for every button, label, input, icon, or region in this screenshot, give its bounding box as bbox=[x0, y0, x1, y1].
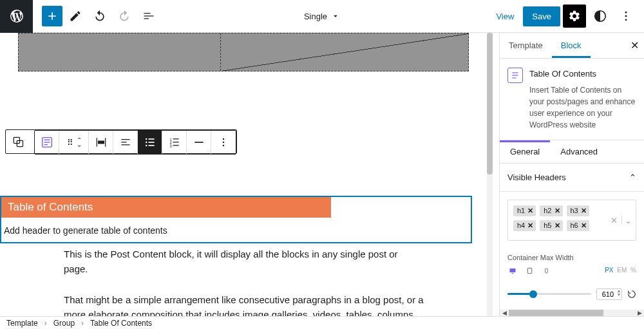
block-toolbar: ⠿ ⌃⌄ 123 bbox=[5, 129, 237, 154]
unit-pct[interactable]: % bbox=[630, 267, 636, 274]
device-desktop-icon[interactable] bbox=[507, 267, 518, 276]
remove-tag-icon[interactable]: ✕ bbox=[527, 221, 533, 230]
add-block-button[interactable] bbox=[42, 6, 62, 26]
align-button[interactable] bbox=[89, 131, 113, 154]
editor-canvas: Post Title Table of Contents Add header … bbox=[0, 33, 493, 316]
header-tag[interactable]: h5 ✕ bbox=[540, 220, 562, 231]
header-tag[interactable]: h3 ✕ bbox=[567, 205, 589, 216]
chevron-down-icon bbox=[331, 12, 340, 21]
svg-rect-32 bbox=[510, 268, 516, 272]
svg-rect-34 bbox=[527, 268, 531, 273]
svg-point-3 bbox=[625, 19, 627, 21]
subtab-advanced[interactable]: Advanced bbox=[550, 140, 608, 163]
breadcrumb-item[interactable]: Group bbox=[53, 319, 75, 328]
horizontal-scrollbar[interactable]: ◀ ▶ bbox=[500, 310, 644, 316]
reset-icon[interactable] bbox=[627, 290, 636, 299]
device-tablet-icon[interactable] bbox=[524, 267, 535, 276]
toc-block-icon[interactable] bbox=[35, 131, 59, 154]
breadcrumb-item[interactable]: Template bbox=[6, 319, 38, 328]
svg-point-2 bbox=[625, 15, 627, 17]
width-slider[interactable] bbox=[507, 293, 591, 295]
svg-point-27 bbox=[223, 142, 225, 144]
save-button[interactable]: Save bbox=[523, 6, 560, 26]
breadcrumb-item[interactable]: Table Of Contents bbox=[90, 319, 152, 328]
remove-tag-icon[interactable]: ✕ bbox=[581, 207, 587, 215]
styles-button[interactable] bbox=[589, 5, 612, 28]
header-tag[interactable]: h1 ✕ bbox=[513, 205, 536, 216]
top-bar: Single View Save bbox=[0, 0, 644, 33]
svg-point-1 bbox=[625, 12, 627, 14]
toc-block-icon bbox=[507, 68, 523, 83]
separator-button[interactable] bbox=[187, 131, 211, 154]
template-selector[interactable]: Single bbox=[304, 12, 340, 21]
svg-point-26 bbox=[223, 138, 225, 140]
vertical-scrollbar[interactable] bbox=[487, 33, 493, 316]
outline-button[interactable] bbox=[137, 5, 160, 28]
svg-rect-35 bbox=[545, 268, 547, 273]
remove-tag-icon[interactable]: ✕ bbox=[554, 207, 560, 215]
svg-rect-25 bbox=[194, 142, 203, 143]
redo-button[interactable] bbox=[113, 5, 136, 28]
svg-rect-10 bbox=[98, 141, 104, 144]
svg-rect-16 bbox=[148, 138, 154, 140]
subtab-general[interactable]: General bbox=[500, 140, 550, 163]
list-numbered-button[interactable]: 123 bbox=[162, 131, 187, 154]
svg-rect-33 bbox=[512, 273, 514, 274]
list-bullets-button[interactable] bbox=[138, 131, 162, 154]
toc-title: Table of Contents bbox=[1, 197, 331, 218]
settings-button[interactable] bbox=[563, 5, 586, 28]
panel-visible-headers[interactable]: Visible Headers ⌃ bbox=[500, 164, 644, 192]
svg-rect-23 bbox=[173, 142, 178, 142]
remove-tag-icon[interactable]: ✕ bbox=[554, 221, 560, 230]
block-name: Table Of Contents bbox=[529, 68, 636, 80]
svg-point-15 bbox=[145, 145, 147, 147]
view-link[interactable]: View bbox=[489, 12, 520, 21]
toc-block[interactable]: Table of Contents Add header to generate… bbox=[0, 196, 472, 243]
tab-template[interactable]: Template bbox=[500, 33, 552, 58]
svg-rect-17 bbox=[148, 142, 154, 143]
chevron-right-icon: › bbox=[81, 319, 84, 328]
paragraph[interactable]: That might be a simple arrangement like … bbox=[64, 292, 424, 317]
svg-rect-24 bbox=[173, 145, 178, 146]
unit-px[interactable]: PX bbox=[605, 267, 613, 274]
remove-tag-icon[interactable]: ✕ bbox=[581, 221, 587, 230]
svg-text:3: 3 bbox=[169, 144, 171, 148]
paragraph[interactable]: This is the Post Content block, it will … bbox=[64, 247, 424, 277]
toc-hint: Add header to generate table of contents bbox=[1, 218, 471, 242]
chevron-up-icon: ⌃ bbox=[629, 173, 636, 182]
svg-point-28 bbox=[223, 145, 225, 147]
chevron-right-icon: › bbox=[44, 319, 47, 328]
undo-button[interactable] bbox=[88, 5, 111, 28]
wp-logo[interactable] bbox=[0, 0, 33, 33]
svg-point-14 bbox=[145, 142, 147, 144]
parent-block-button[interactable] bbox=[6, 130, 30, 153]
close-icon[interactable]: ✕ bbox=[630, 39, 639, 52]
clear-icon[interactable]: ✕ bbox=[611, 215, 622, 225]
block-description: Insert Table of Contents on your posts/p… bbox=[529, 84, 636, 131]
header-tag[interactable]: h4 ✕ bbox=[513, 220, 536, 231]
unit-selector: PX EM % bbox=[603, 267, 636, 274]
chevron-down-icon[interactable]: ⌄ bbox=[625, 215, 632, 225]
svg-rect-22 bbox=[173, 138, 178, 139]
device-mobile-icon[interactable] bbox=[541, 267, 551, 276]
unit-em[interactable]: EM bbox=[617, 267, 627, 274]
width-label: Container Max Width bbox=[507, 254, 636, 261]
remove-tag-icon[interactable]: ✕ bbox=[527, 207, 533, 215]
breadcrumb: Template › Group › Table Of Contents bbox=[0, 316, 644, 329]
svg-point-13 bbox=[145, 138, 147, 140]
move-handles[interactable]: ⠿ ⌃⌄ bbox=[59, 131, 89, 154]
placeholder-block[interactable] bbox=[18, 33, 469, 71]
more-menu-button[interactable] bbox=[614, 5, 638, 28]
svg-rect-18 bbox=[148, 145, 154, 146]
header-tags-field[interactable]: h1 ✕h2 ✕h3 ✕ h4 ✕h5 ✕h6 ✕ ✕ ⌄ bbox=[507, 200, 636, 241]
block-more-menu[interactable] bbox=[211, 131, 236, 154]
template-mode-label: Single bbox=[304, 12, 327, 21]
settings-sidebar: Template Block ✕ Table Of Contents Inser… bbox=[499, 33, 644, 316]
tab-block[interactable]: Block bbox=[552, 33, 591, 58]
header-tag[interactable]: h6 ✕ bbox=[567, 220, 589, 231]
post-content: This is the Post Content block, it will … bbox=[64, 247, 424, 316]
justify-button[interactable] bbox=[113, 131, 138, 154]
header-tag[interactable]: h2 ✕ bbox=[540, 205, 562, 216]
edit-mode-button[interactable] bbox=[64, 5, 87, 28]
